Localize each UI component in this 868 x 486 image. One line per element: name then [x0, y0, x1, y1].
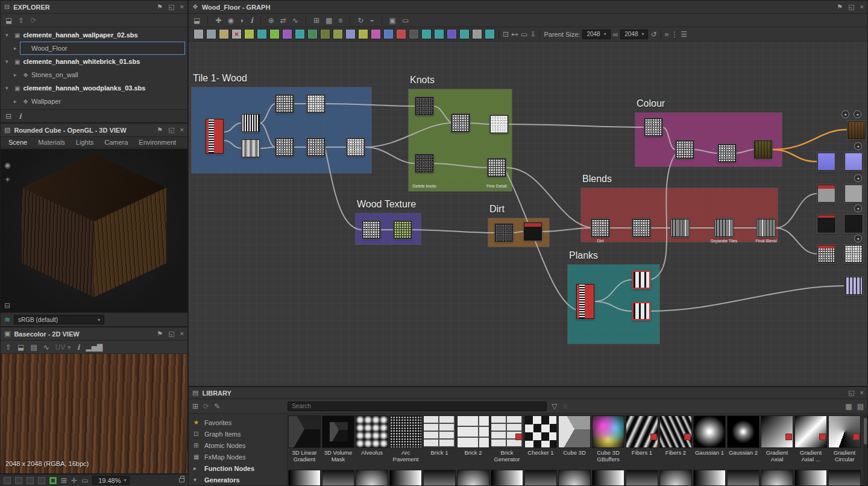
blend-node-icon[interactable]	[320, 29, 330, 39]
library-item[interactable]: Cube 3D GBuffers	[591, 415, 625, 464]
category-generators[interactable]: ▾ Generators	[189, 474, 287, 485]
chevron-down-icon[interactable]: ▾	[5, 32, 11, 38]
transform2d-node-icon[interactable]	[257, 29, 267, 39]
normal-node-icon[interactable]	[345, 29, 356, 39]
output-connector-icon[interactable]: ●	[854, 235, 862, 242]
hierarchy-icon[interactable]: ⊟	[4, 301, 10, 310]
library-item[interactable]	[558, 470, 591, 485]
graph-node[interactable]	[415, 97, 433, 115]
grid-view-icon[interactable]: ▦	[845, 403, 852, 410]
color-picker-icon[interactable]: ◗	[240, 17, 244, 24]
library-item[interactable]: Gaussian 2	[726, 415, 760, 464]
library-item[interactable]: Fibers 2	[659, 415, 693, 464]
library-item[interactable]: Gradient Axial	[760, 415, 794, 464]
graph-node[interactable]	[632, 219, 650, 237]
tree-item-package[interactable]: ▾ ▣ clemente_hannah_whitebrick_01.sbs	[1, 55, 187, 68]
library-item[interactable]: 3D Linear Gradient	[288, 415, 321, 464]
close-icon[interactable]: ×	[180, 330, 184, 338]
library-item[interactable]: Cube 3D	[558, 415, 591, 464]
graph-node-output[interactable]	[848, 121, 866, 139]
frame-icon[interactable]: ▭	[521, 31, 527, 38]
library-item[interactable]: Gradient Axial ...	[794, 415, 828, 464]
pin-icon[interactable]: ⚑	[157, 126, 163, 134]
graph-node[interactable]	[754, 140, 772, 159]
library-item[interactable]	[591, 470, 625, 485]
library-item[interactable]: Arc Pavement	[389, 415, 423, 464]
graph-node[interactable]	[495, 224, 513, 242]
library-item[interactable]	[288, 470, 321, 485]
pin-icon[interactable]: ⚑	[157, 3, 163, 11]
table-icon[interactable]: ▦	[326, 17, 332, 24]
layers-icon[interactable]: ≋	[4, 316, 10, 323]
move-icon[interactable]: ✚	[215, 17, 221, 24]
safe-transform-node-icon[interactable]	[383, 29, 394, 39]
tab-scene[interactable]: Scene	[3, 137, 33, 147]
graph-node[interactable]	[415, 154, 433, 172]
dots-icon[interactable]: ⋮	[671, 31, 678, 38]
smart-filter-icon[interactable]: ☆	[562, 403, 568, 410]
graph-node-output[interactable]	[817, 245, 835, 263]
chevron-right-icon[interactable]: ▸	[14, 98, 20, 104]
import-icon[interactable]: ⇧	[18, 17, 24, 24]
wire-icon[interactable]: ∿	[43, 344, 49, 351]
float-window-icon[interactable]: ◱	[848, 3, 854, 11]
category-function-nodes[interactable]: ▸ Function Nodes	[189, 462, 287, 474]
library-item[interactable]: Fibers 1	[625, 415, 659, 464]
graph-node[interactable]	[275, 95, 294, 113]
graph-node[interactable]	[307, 138, 325, 156]
sync-icon[interactable]: ⟳	[30, 17, 36, 24]
graph-node[interactable]	[488, 159, 506, 177]
tree-item-graph[interactable]: ▸ ❖ Stones_on_wall	[1, 68, 187, 81]
graph-node[interactable]	[718, 144, 736, 162]
graph-node[interactable]	[206, 119, 224, 154]
search-input[interactable]	[288, 402, 546, 411]
library-item[interactable]	[355, 470, 389, 485]
channel-b-icon[interactable]	[38, 477, 45, 484]
close-icon[interactable]: ×	[180, 3, 184, 11]
graph-node[interactable]	[451, 114, 470, 132]
library-item[interactable]	[321, 470, 355, 485]
grayscale-node-icon[interactable]	[472, 29, 482, 39]
tab-camera[interactable]: Camera	[99, 137, 133, 147]
save-icon[interactable]: ⬓	[17, 344, 24, 351]
grid-icon[interactable]: ⊞	[61, 477, 67, 484]
library-item[interactable]	[389, 470, 423, 485]
reset-icon[interactable]: ↺	[650, 31, 656, 38]
pin-icon[interactable]: ⚑	[157, 330, 163, 338]
graph-node-output[interactable]	[844, 185, 863, 203]
tree-item-package[interactable]: ▾ ▣ clemente_hannah_wallpaper_02.sbs	[1, 28, 187, 42]
gradient-map-node-icon[interactable]	[269, 29, 280, 39]
library-item[interactable]	[693, 470, 726, 485]
library-item[interactable]: Gradient Circular	[828, 415, 861, 464]
library-item[interactable]: Checker 1	[524, 415, 558, 464]
display-icon[interactable]	[49, 477, 57, 484]
tab-materials[interactable]: Materials	[33, 137, 71, 147]
graph-node[interactable]	[347, 138, 365, 156]
zoom-icon[interactable]: ⊕	[268, 17, 274, 24]
focus-icon[interactable]: ◉	[227, 17, 233, 24]
library-item[interactable]: 3D Volume Mask	[321, 415, 355, 464]
graph-node[interactable]	[242, 139, 260, 157]
library-item[interactable]: Brick Generator	[490, 415, 524, 464]
category-graph-items[interactable]: ⊡ Graph Items	[189, 428, 287, 440]
graph-node[interactable]	[676, 140, 694, 159]
library-item[interactable]	[760, 470, 794, 485]
swap-icon[interactable]: ⇄	[280, 17, 286, 24]
graph-node[interactable]	[242, 114, 260, 132]
colorspace-select[interactable]: sRGB (default) ▾	[14, 315, 104, 324]
info-icon[interactable]: ℹ	[19, 113, 22, 120]
uv-toggle[interactable]: UV ▾	[55, 344, 71, 351]
graph-node-output[interactable]	[844, 153, 863, 171]
scrollbar-thumb[interactable]	[864, 418, 867, 444]
close-icon[interactable]: ×	[860, 3, 864, 11]
float-window-icon[interactable]: ◱	[168, 3, 174, 11]
levels-node-icon[interactable]	[244, 29, 254, 39]
viewport-2d[interactable]: 2048 x 2048 (RGBA, 16bpc)	[1, 354, 187, 473]
anchor-icon[interactable]: ⇩	[530, 31, 536, 38]
splatter-node-icon[interactable]	[485, 29, 495, 39]
copy-icon[interactable]: ▤	[30, 344, 37, 351]
graph-node[interactable]	[757, 219, 775, 237]
library-item[interactable]	[456, 470, 490, 485]
sync-icon[interactable]: ⟳	[203, 403, 209, 410]
graph-node[interactable]	[632, 302, 650, 320]
